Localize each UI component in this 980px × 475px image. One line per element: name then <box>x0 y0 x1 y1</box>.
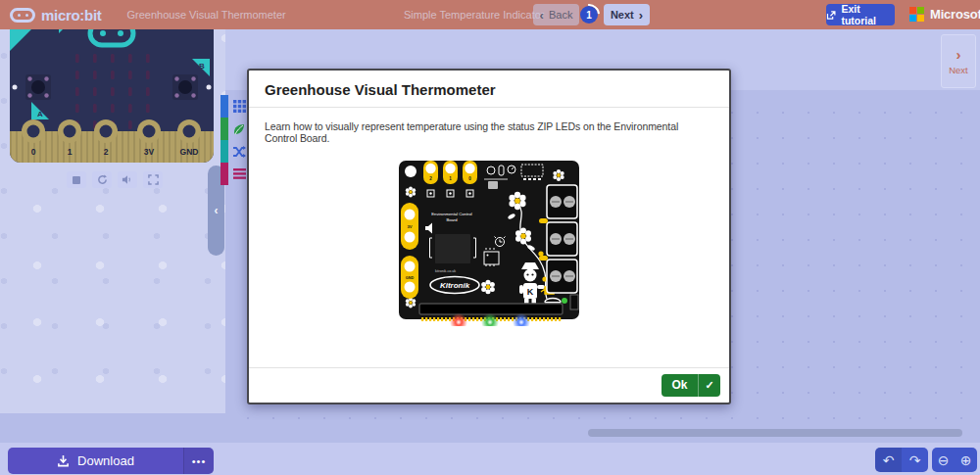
toolbox-category-colors <box>220 95 228 185</box>
next-label: Next <box>611 9 634 21</box>
redo-icon: ↷ <box>909 452 921 468</box>
tutorial-step-badge[interactable]: 1 <box>580 6 598 24</box>
grid-icon <box>233 100 246 113</box>
back-label: Back <box>549 9 572 21</box>
download-button[interactable]: Download ••• <box>8 448 214 474</box>
zoom-in-icon: ⊕ <box>960 452 972 468</box>
toolbox-strip <box>220 95 250 185</box>
zoom-in-button[interactable]: ⊕ <box>955 448 977 472</box>
dialog-footer: Ok ✓ <box>249 367 729 403</box>
download-label: Download <box>77 453 134 468</box>
redo-button[interactable]: ↷ <box>902 448 928 472</box>
microsoft-logo[interactable]: Microsoft <box>909 7 980 22</box>
fullscreen-button[interactable] <box>143 171 163 188</box>
chevron-right-icon: › <box>639 9 643 22</box>
edge-connector-slot <box>419 304 563 314</box>
svg-text:0: 0 <box>31 147 36 157</box>
zoom-out-button[interactable]: ⊖ <box>932 448 955 472</box>
power-switch <box>570 295 578 309</box>
svg-text:1: 1 <box>68 147 73 157</box>
stop-icon <box>72 175 81 185</box>
app-header: micro:bit Greenhouse Visual Thermometer … <box>0 0 980 29</box>
microbit-logo-text: micro:bit <box>41 7 101 24</box>
exit-tutorial-button[interactable]: Exit tutorial <box>826 4 895 25</box>
svg-text:GND: GND <box>406 276 415 280</box>
mute-button[interactable] <box>118 171 137 188</box>
microsoft-label: Microsoft <box>930 7 980 22</box>
external-link-icon <box>826 10 836 21</box>
svg-text:Board: Board <box>446 217 458 222</box>
restart-button[interactable] <box>92 171 112 188</box>
svg-text:3V: 3V <box>407 224 412 229</box>
undo-redo-group: ↶ ↷ <box>875 448 928 472</box>
svg-text:A: A <box>37 110 43 119</box>
tutorial-next-step-button[interactable]: › Next <box>941 34 976 88</box>
undo-icon: ↶ <box>883 452 895 468</box>
power-led <box>562 298 567 304</box>
microbit-face-icon <box>10 8 35 23</box>
exit-tutorial-label: Exit tutorial <box>841 3 895 26</box>
svg-text:Kitronik: Kitronik <box>440 281 470 290</box>
check-icon: ✓ <box>699 379 720 392</box>
back-button[interactable]: ‹ Back <box>533 4 579 25</box>
microsoft-squares-icon <box>909 7 924 22</box>
collapse-chevron-icon: ‹ <box>215 204 219 217</box>
dialog-body-text: Learn how to visually represent temperat… <box>249 108 729 150</box>
board-url: kitronik.co.uk <box>435 269 456 273</box>
button-b[interactable] <box>172 74 198 100</box>
microbit-simulator-board[interactable]: A B 0 1 2 <box>10 12 214 163</box>
tutorial-next-label: Next <box>949 65 968 75</box>
zoom-out-icon: ⊖ <box>938 452 950 468</box>
main-chip <box>435 234 470 263</box>
chevron-left-icon: ‹ <box>540 9 544 22</box>
ok-button[interactable]: Ok ✓ <box>662 374 720 397</box>
svg-text:2: 2 <box>104 147 109 157</box>
svg-text:K: K <box>527 287 534 297</box>
svg-text:3V: 3V <box>144 147 155 157</box>
lines-icon <box>233 168 246 179</box>
speaker-icon <box>122 174 133 185</box>
button-a[interactable] <box>25 74 51 100</box>
project-title: Greenhouse Visual Thermometer <box>126 9 285 21</box>
simulator-panel: A B 0 1 2 <box>0 0 225 413</box>
dialog-image: 2 1 0 3V GND <box>249 160 729 326</box>
shuffle-icon <box>232 146 246 158</box>
ok-label: Ok <box>662 374 699 397</box>
download-options-button[interactable]: ••• <box>184 448 214 474</box>
fullscreen-icon <box>148 174 159 185</box>
undo-button[interactable]: ↶ <box>875 448 902 472</box>
dialog-title: Greenhouse Visual Thermometer <box>249 71 729 108</box>
microbit-logo[interactable]: micro:bit <box>10 7 101 24</box>
horizontal-scrollbar[interactable] <box>588 429 962 437</box>
chevron-right-icon: › <box>956 47 961 62</box>
leaf-icon <box>232 122 246 136</box>
simulator-controls <box>67 171 163 188</box>
svg-text:Environmental Control: Environmental Control <box>431 212 471 216</box>
restart-icon <box>97 174 108 185</box>
next-button[interactable]: Next › <box>604 4 650 25</box>
tutorial-intro-dialog: Greenhouse Visual Thermometer Learn how … <box>247 69 731 404</box>
tutorial-name: Simple Temperature Indicator <box>404 9 544 21</box>
svg-text:GND: GND <box>180 147 199 157</box>
download-icon <box>57 454 70 467</box>
editor-footer: Download ••• ↶ ↷ ⊖ ⊕ <box>0 443 980 475</box>
svg-text:B: B <box>199 62 205 71</box>
ellipsis-icon: ••• <box>192 455 207 467</box>
zoom-group: ⊖ ⊕ <box>932 448 977 472</box>
stop-button[interactable] <box>67 171 86 188</box>
